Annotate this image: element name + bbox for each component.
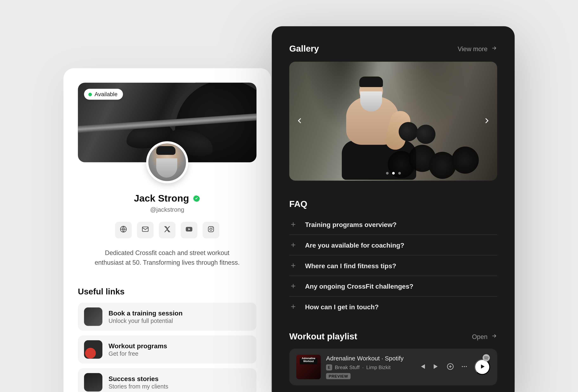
track-song: Break Stuff [335,365,360,370]
link-workout-programs[interactable]: Workout programs Get for free [78,336,256,363]
faq-title: FAQ [289,199,497,209]
more-options-button[interactable] [460,362,468,372]
profile-card: Available Jack Strong @jackstrong [63,68,271,392]
x-icon [163,225,171,235]
plus-icon [289,261,297,269]
gallery-pagination-dots [386,172,401,174]
open-label: Open [472,333,487,340]
link-subtitle: Stories from my clients [109,383,168,390]
faq-item[interactable]: Are you available for coaching? [289,235,497,256]
skip-forward-icon [433,362,440,372]
faq-item[interactable]: Where can I find fitness tips? [289,256,497,276]
playlist-title: Workout playlist [289,332,357,342]
track-meta: E Break Stuff · Limp Bizkit [326,364,413,371]
track-info: Adrenaline Workout · Spotify E Break Stu… [326,355,413,379]
link-subtitle: Get for free [109,350,167,357]
link-thumbnail [84,307,102,326]
faq-section: FAQ Training programs overview? Are you … [289,199,497,317]
instagram-link[interactable] [203,222,219,238]
more-horizontal-icon [460,362,468,372]
skip-back-icon [418,362,426,372]
gallery-header: Gallery View more [289,44,497,54]
link-success-stories[interactable]: Success stories Stories from my clients [78,368,256,392]
svg-point-4 [210,228,212,230]
faq-item[interactable]: Training programs overview? [289,214,497,235]
play-icon [479,363,485,371]
gallery-photo-background [388,137,497,181]
youtube-icon [185,225,193,235]
playlist-header: Workout playlist Open [289,332,497,342]
previous-track-button[interactable] [418,362,426,372]
website-link[interactable] [115,222,132,238]
next-track-button[interactable] [433,362,440,372]
player-controls [418,359,490,375]
link-subtitle: Unlock your full potential [109,317,183,324]
view-more-label: View more [458,45,487,52]
gallery-dot[interactable] [398,172,401,174]
faq-item[interactable]: Any ongoing CrossFit challenges? [289,276,497,297]
gallery-dot-active[interactable] [392,172,394,174]
plus-circle-icon [446,362,454,372]
faq-question: Any ongoing CrossFit challenges? [305,282,413,290]
link-title: Workout programs [109,342,167,349]
gallery-view-more-button[interactable]: View more [458,45,497,52]
playlist-section: Workout playlist Open Adrenaline Workout… [289,332,497,385]
faq-question: Training programs overview? [305,221,397,228]
useful-links-title: Useful links [78,287,256,297]
gallery-dot[interactable] [386,172,388,174]
status-label: Available [95,91,117,98]
preview-badge: PREVIEW [326,373,350,379]
track-artist: Limp Bizkit [366,365,390,370]
arrow-right-icon [491,45,497,52]
x-link[interactable] [159,222,176,238]
chevron-left-icon [296,117,304,126]
verified-badge-icon [193,195,200,202]
plus-icon [289,303,297,310]
album-art[interactable]: Adrenaline Workout [296,355,321,379]
profile-handle: @jackstrong [78,206,256,213]
mail-icon [142,225,149,235]
plus-icon [289,241,297,249]
album-art-label: Adrenaline Workout [298,357,319,363]
gallery-title: Gallery [289,44,319,54]
playlist-open-button[interactable]: Open [472,333,497,340]
email-link[interactable] [137,222,154,238]
profile-name: Jack Strong [134,193,189,204]
spotify-logo-icon[interactable] [482,354,490,362]
svg-point-8 [464,366,465,367]
link-thumbnail [84,340,102,359]
faq-question: How can I get in touch? [305,303,379,310]
add-to-library-button[interactable] [446,362,454,372]
link-book-session[interactable]: Book a training session Unlock your full… [78,303,256,331]
plus-icon [289,220,297,228]
track-title: Adrenaline Workout · Spotify [326,355,413,362]
svg-point-5 [212,227,213,228]
arrow-right-icon [491,333,497,340]
avatar[interactable] [146,141,188,183]
content-card: Gallery View more [272,26,515,392]
social-links [78,222,256,238]
useful-links-list: Book a training session Unlock your full… [78,303,256,392]
gallery-next-button[interactable] [481,115,493,127]
status-badge: Available [84,89,123,100]
faq-question: Are you available for coaching? [305,241,404,249]
status-dot-icon [88,92,92,96]
explicit-badge: E [326,364,332,371]
svg-point-9 [466,366,467,367]
faq-question: Where can I find fitness tips? [305,262,396,269]
instagram-icon [207,225,215,235]
youtube-link[interactable] [181,222,197,238]
globe-icon [120,225,127,235]
gallery-prev-button[interactable] [294,115,306,127]
link-title: Book a training session [109,309,183,317]
spotify-player: Adrenaline Workout Adrenaline Workout · … [289,349,497,385]
svg-point-7 [462,366,463,367]
link-thumbnail [84,373,102,392]
profile-bio: Dedicated Crossfit coach and street work… [78,248,256,268]
separator: · [362,365,364,370]
plus-icon [289,282,297,290]
gallery-image [289,62,497,181]
link-title: Success stories [109,375,168,382]
faq-item[interactable]: How can I get in touch? [289,297,497,317]
chevron-right-icon [483,117,490,126]
